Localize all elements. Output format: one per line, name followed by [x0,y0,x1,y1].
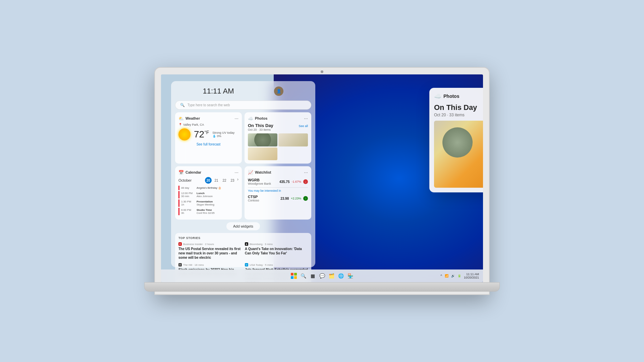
watchlist-ctsp-change: +2.23% [291,197,301,200]
weather-title-row: ⛅ Weather [178,116,200,121]
widgets-time-header: 11:11 AM 👤 [175,85,311,98]
floating-photos-title-row: ☁️ Photos [434,93,459,100]
photo-circle-decoration [254,133,271,146]
photo-thumb-1 [248,133,277,146]
calendar-title: Calendar [185,170,201,174]
news-headline-2: A Quant's Take on Innovation: 'Data Can … [245,247,308,255]
add-widgets-button[interactable]: Add widgets [226,222,260,230]
hill-icon: H [178,263,182,266]
user-avatar[interactable]: 👤 [274,86,283,96]
calendar-month: October [178,178,192,182]
calendar-month-row: October 20 21 22 23 › [178,177,238,184]
cal-event-detail-3: Studio Time Conf Rm 32/35 [197,208,215,215]
cal-birthday-event: Angela's Birthday 🎂 [197,186,221,189]
cal-allday-label: All day [181,186,195,189]
photos-title: Photos [255,116,267,120]
news-source-1: BI Business Insider · 2 hours [178,242,241,246]
watchlist-more-button[interactable]: ··· [304,170,308,175]
widgets-panel: 11:11 AM 👤 🔍 Type here to search the web… [171,81,315,267]
current-time: 11:11 AM [203,87,234,96]
photos-icon: ☁️ [248,116,253,121]
photos-section-header: On This Day Oct 20 · 33 items See all [248,123,308,131]
taskbar-explorer-button[interactable]: 🗂️ [327,272,335,280]
weather-more-button[interactable]: ··· [234,116,238,121]
weather-title: Weather [185,116,200,120]
weather-sun-icon [178,128,191,140]
watchlist-item-ctsp: CTSP Contoso 23.98 +2.23% ↑ [248,194,308,203]
taskbar-search-button[interactable]: 🔍 [299,272,307,280]
search-placeholder: Type here to search the web [187,103,230,107]
calendar-widget: 📅 Calendar ··· October 20 21 22 23 [175,166,242,220]
floating-photos-subtitle-row: Oct 20 · 33 items See all [434,113,483,117]
news-item-2[interactable]: B Bloomberg · 3 mins A Quant's Take on I… [245,242,308,260]
win-logo-q4 [294,276,297,279]
taskbar-time-display: 11:11 AM [464,273,479,276]
news-headline-1: The US Postal Service revealed its first… [178,247,241,260]
photos-widget-small: ☁️ Photos ··· On This Day Oct 20 · 33 it… [245,112,311,164]
calendar-events: All day Angela's Birthday 🎂 12:00 PM30 m… [178,186,238,215]
calendar-date-22: 22 [221,177,228,184]
cal-event-time-2: 1:30 PM1h [181,200,195,206]
photo-thumb-2 [278,133,308,146]
taskbar-chevron-icon[interactable]: ^ [440,274,442,278]
watchlist-ctsp-indicator: ↑ [303,196,308,201]
win-logo-q1 [291,273,293,276]
calendar-more-button[interactable]: ··· [234,170,238,175]
watchlist-divider [248,187,308,188]
photos-thumbnails [248,133,308,160]
photos-more-button[interactable]: ··· [304,116,308,121]
floating-photo-main [434,121,483,188]
taskbar-start-button[interactable] [290,272,298,280]
taskbar-store-button[interactable]: 🏪 [346,272,354,280]
calendar-title-row: 📅 Calendar [178,170,201,175]
news-item-1[interactable]: BI Business Insider · 2 hours The US Pos… [178,242,241,260]
floating-photos-cloud-icon: ☁️ [434,93,441,100]
watchlist-wgrb-name: Woodgrove Bank [248,182,271,185]
taskbar-sound-icon[interactable]: 🔊 [451,274,455,278]
bi-icon: BI [178,242,182,246]
cal-event-presentation: 1:30 PM1h Presentation Skype Meeting [178,199,238,207]
weather-forecast-link[interactable]: See full forecast [178,142,238,146]
floating-photos-date: Oct 20 · 33 items [434,113,465,117]
taskbar-edge-button[interactable]: 🌐 [337,272,345,280]
cal-event-detail-1: Lunch Alex Johnson [197,192,213,198]
floating-photos-widget: ☁️ Photos ··· On This Day Oct 20 · 33 it… [429,88,483,192]
photos-section-title: On This Day [248,123,273,128]
calendar-more-dates-icon[interactable]: › [237,177,238,184]
watchlist-wgrb-change: -1.67% [291,180,301,183]
watchlist-wgrb-info: WGRB Woodgrove Bank [248,178,271,185]
calendar-date-21: 21 [213,177,220,184]
weather-details: Strong UV today 💧 0% [212,131,234,138]
watchlist-wgrb-ticker: WGRB [248,178,271,182]
win-logo-q3 [291,276,293,279]
watchlist-title: Watchlist [255,170,271,174]
watchlist-icon: 📈 [248,170,253,175]
weather-icon: ⛅ [178,116,184,121]
photos-see-all-link[interactable]: See all [299,124,308,128]
weather-header: ⛅ Weather ··· [178,116,238,121]
taskbar-wifi-icon[interactable]: 📶 [445,274,448,278]
desktop: 11:11 AM 👤 🔍 Type here to search the web… [161,74,483,282]
news-label: TOP STORIES [178,236,308,240]
usatoday-icon: U [245,263,248,266]
taskbar-right: ^ 📶 🔊 🔋 11:11 AM 10/20/2021 [440,273,479,279]
calendar-dates: 20 21 22 23 › [205,177,238,184]
laptop-shell: 11:11 AM 👤 🔍 Type here to search the web… [154,67,490,295]
widgets-bottom-grid: 📅 Calendar ··· October 20 21 22 23 [175,166,311,220]
cal-event-time-3: 6:00 PM3h [181,208,195,215]
watchlist-wgrb-price-area: 435.75 -1.67% ↓ [279,179,308,184]
calendar-icon: 📅 [178,170,184,175]
taskbar-clock[interactable]: 11:11 AM 10/20/2021 [464,273,479,279]
photo-thumb-3 [248,147,277,161]
taskbar-widgets-button[interactable]: ▦ [309,272,317,280]
taskbar-battery-icon[interactable]: 🔋 [458,274,461,278]
floating-photos-section: On This Day [434,103,483,112]
watchlist-ctsp-name: Contoso [248,199,259,202]
watchlist-ctsp-ticker: CTSP [248,195,259,199]
bloomberg-icon: B [245,242,248,246]
weather-main: 72°F Strong UV today 💧 0% [178,128,238,140]
watchlist-widget: 📈 Watchlist ··· WGRB Woodgrove Bank [245,166,311,220]
search-bar[interactable]: 🔍 Type here to search the web [175,101,311,110]
watchlist-wgrb-price: 435.75 [279,180,290,184]
taskbar-chat-button[interactable]: 💬 [318,272,326,280]
